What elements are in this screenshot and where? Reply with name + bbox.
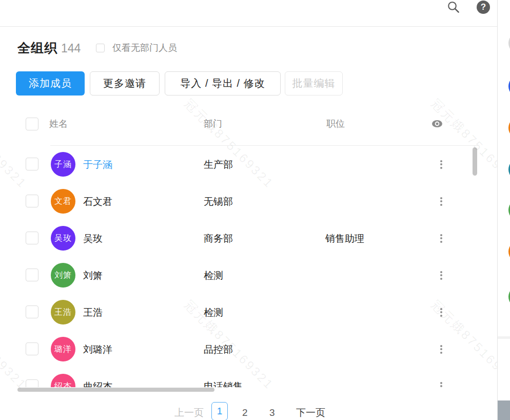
right-edge-panel bbox=[498, 0, 510, 420]
column-header-name: 姓名 bbox=[49, 118, 68, 129]
help-icon[interactable]: ? bbox=[477, 1, 490, 14]
row-more-actions-icon[interactable] bbox=[436, 344, 446, 354]
member-row: 璐洋 刘璐洋 品控部 bbox=[0, 331, 497, 368]
row-more-actions-icon[interactable] bbox=[436, 307, 446, 317]
row-more-actions-icon[interactable] bbox=[436, 159, 446, 169]
topbar: ? bbox=[0, 0, 497, 27]
import-export-button[interactable]: 导入 / 导出 / 修改 bbox=[165, 71, 281, 96]
member-row: 吴玫 吴玫 商务部 销售助理 bbox=[0, 220, 497, 257]
member-row: 文君 石文君 无锡部 bbox=[0, 183, 497, 220]
member-name[interactable]: 于子涵 bbox=[83, 159, 112, 170]
member-row: 刘箫 刘箫 检测 bbox=[0, 257, 497, 294]
pagination-page-3[interactable]: 3 bbox=[269, 407, 275, 418]
table-header: 姓名 部门 职位 bbox=[0, 116, 497, 145]
avatar[interactable]: 绍杰 bbox=[51, 374, 75, 387]
avatar[interactable]: 文君 bbox=[51, 189, 75, 214]
row-more-actions-icon[interactable] bbox=[436, 233, 446, 243]
filter-no-department-label: 仅看无部门人员 bbox=[112, 42, 177, 53]
member-department: 无锡部 bbox=[204, 196, 233, 207]
member-name[interactable]: 刘璐洋 bbox=[83, 344, 112, 355]
member-department: 商务部 bbox=[204, 233, 233, 244]
avatar[interactable]: 王浩 bbox=[51, 300, 75, 324]
column-visibility-eye-icon[interactable] bbox=[432, 120, 442, 127]
column-header-position: 职位 bbox=[326, 118, 345, 129]
select-all-checkbox[interactable] bbox=[26, 118, 38, 130]
pagination: 上一页 1 2 3 下一页 bbox=[0, 400, 497, 420]
member-name[interactable]: 王浩 bbox=[83, 307, 103, 318]
avatar[interactable]: 吴玫 bbox=[51, 226, 75, 251]
row-checkbox[interactable] bbox=[26, 342, 38, 355]
avatar[interactable]: 子涵 bbox=[51, 152, 75, 177]
page-header: 全组织 144 仅看无部门人员 bbox=[0, 41, 497, 56]
row-checkbox[interactable] bbox=[26, 232, 38, 244]
member-count: 144 bbox=[61, 42, 81, 55]
pagination-page-2[interactable]: 2 bbox=[242, 407, 248, 418]
member-department: 检测 bbox=[204, 307, 223, 318]
pagination-next[interactable]: 下一页 bbox=[296, 407, 325, 418]
member-department: 品控部 bbox=[204, 344, 233, 355]
member-row: 绍杰 曲绍杰 电话销售 bbox=[0, 368, 497, 387]
member-name[interactable]: 石文君 bbox=[83, 196, 112, 207]
row-checkbox[interactable] bbox=[26, 269, 38, 281]
member-name[interactable]: 曲绍杰 bbox=[83, 381, 112, 387]
row-more-actions-icon[interactable] bbox=[436, 381, 446, 387]
row-more-actions-icon[interactable] bbox=[436, 196, 446, 206]
member-department: 检测 bbox=[204, 270, 223, 281]
more-invite-button[interactable]: 更多邀请 bbox=[90, 71, 160, 96]
page-title: 全组织 bbox=[17, 41, 57, 55]
member-department: 生产部 bbox=[204, 159, 233, 170]
row-checkbox[interactable] bbox=[26, 379, 38, 387]
main-content: 全组织 144 仅看无部门人员 添加成员 更多邀请 导入 / 导出 / 修改 批… bbox=[0, 27, 497, 420]
member-row: 王浩 王浩 检测 bbox=[0, 294, 497, 331]
pagination-page-1[interactable]: 1 bbox=[211, 402, 228, 420]
toolbar: 添加成员 更多邀请 导入 / 导出 / 修改 批量编辑 bbox=[0, 71, 497, 96]
row-more-actions-icon[interactable] bbox=[436, 270, 446, 280]
member-position: 销售助理 bbox=[325, 233, 364, 244]
avatar[interactable]: 刘箫 bbox=[51, 263, 75, 288]
row-checkbox[interactable] bbox=[26, 158, 38, 170]
row-checkbox[interactable] bbox=[26, 306, 38, 318]
horizontal-scrollbar-thumb[interactable] bbox=[17, 388, 214, 392]
avatar[interactable]: 璐洋 bbox=[51, 337, 75, 361]
member-list: 子涵 于子涵 生产部 文君 石文君 无锡部 吴玫 吴玫 商务部 销售助理 bbox=[0, 145, 497, 387]
edge-separator bbox=[498, 336, 510, 339]
batch-edit-button[interactable]: 批量编辑 bbox=[285, 71, 343, 96]
add-member-button[interactable]: 添加成员 bbox=[16, 71, 85, 96]
member-name[interactable]: 刘箫 bbox=[83, 270, 103, 281]
pagination-prev[interactable]: 上一页 bbox=[174, 407, 204, 418]
edge-scroll-block[interactable] bbox=[498, 400, 510, 420]
org-members-screen: ? 全组织 144 仅看无部门人员 添加成员 更多邀请 导入 / 导出 / 修改… bbox=[0, 0, 510, 420]
filter-no-department-checkbox[interactable] bbox=[96, 44, 105, 52]
column-header-department: 部门 bbox=[204, 118, 222, 129]
row-checkbox[interactable] bbox=[26, 195, 38, 207]
member-row: 子涵 于子涵 生产部 bbox=[0, 146, 497, 183]
search-icon[interactable] bbox=[446, 0, 461, 14]
member-name[interactable]: 吴玫 bbox=[83, 233, 103, 244]
member-department: 电话销售 bbox=[204, 381, 243, 387]
vertical-scrollbar-thumb[interactable] bbox=[473, 147, 477, 176]
